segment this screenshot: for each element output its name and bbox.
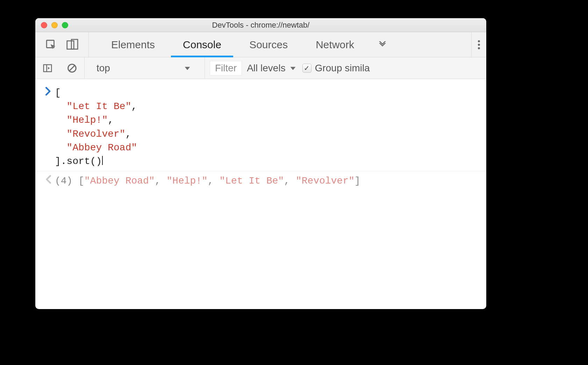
kebab-icon	[478, 40, 480, 42]
code-token: [	[55, 87, 61, 98]
inspect-element-icon[interactable]	[45, 39, 57, 51]
kebab-icon	[478, 47, 480, 49]
tab-network[interactable]: Network	[302, 32, 368, 57]
tab-console[interactable]: Console	[169, 32, 235, 57]
console-preview-entry[interactable]: (4) ["Abbey Road", "Help!", "Let It Be",…	[35, 171, 486, 191]
prompt-gutter	[42, 86, 55, 96]
code-token: ,	[126, 129, 131, 139]
levels-label: All levels	[247, 63, 285, 74]
console-toolbar: top Filter All levels ✓ Group simila	[35, 57, 486, 79]
text-cursor	[102, 156, 103, 165]
clear-icon	[67, 63, 77, 73]
eager-eval-preview: (4) ["Abbey Road", "Help!", "Let It Be",…	[55, 174, 360, 188]
preview-item: "Let It Be"	[220, 176, 284, 186]
code-indent	[55, 142, 67, 153]
preview-item: "Help!"	[166, 176, 208, 186]
log-levels-select[interactable]: All levels	[247, 63, 296, 74]
preview-sep: ,	[208, 176, 220, 186]
preview-sep: ,	[155, 176, 167, 186]
context-label: top	[96, 63, 110, 74]
console-sidebar-toggle[interactable]	[35, 57, 60, 79]
code-string: "Let It Be"	[67, 101, 131, 112]
console-input-code[interactable]: [ "Let It Be", "Help!", "Revolver", "Abb…	[55, 86, 137, 168]
preview-sep: ,	[284, 176, 296, 186]
tab-bar-left-tools	[35, 32, 89, 57]
dropdown-caret-icon	[289, 64, 297, 72]
group-similar-label: Group simila	[315, 63, 370, 74]
titlebar[interactable]: DevTools - chrome://newtab/	[35, 18, 486, 32]
code-string: "Revolver"	[67, 129, 126, 139]
code-indent	[55, 129, 67, 139]
return-gutter	[42, 174, 55, 184]
svg-marker-5	[48, 67, 50, 70]
kebab-menu-button[interactable]	[471, 32, 486, 57]
code-token: ,	[131, 101, 137, 112]
console-body: [ "Let It Be", "Help!", "Revolver", "Abb…	[35, 79, 486, 309]
tab-sources[interactable]: Sources	[235, 32, 302, 57]
code-string: "Abbey Road"	[67, 142, 137, 153]
preview-count: (4)	[55, 176, 78, 186]
filter-input[interactable]: Filter	[210, 61, 242, 76]
svg-rect-1	[67, 41, 74, 49]
code-token: ,	[108, 115, 114, 126]
execution-context-select[interactable]: top	[85, 57, 205, 79]
svg-line-7	[70, 65, 75, 71]
window-title: DevTools - chrome://newtab/	[35, 21, 486, 30]
dropdown-caret-icon	[184, 64, 191, 72]
code-token: ].sort()	[55, 156, 102, 167]
devtools-window: DevTools - chrome://newtab/ Elements Con…	[35, 18, 486, 309]
preview-item: "Revolver"	[296, 176, 354, 186]
preview-open: [	[78, 176, 84, 186]
kebab-icon	[478, 44, 480, 46]
tab-label: Console	[183, 39, 221, 51]
clear-console-button[interactable]	[60, 57, 85, 79]
tab-label: Sources	[249, 39, 288, 51]
tab-elements[interactable]: Elements	[97, 32, 169, 57]
console-input-entry[interactable]: [ "Let It Be", "Help!", "Revolver", "Abb…	[35, 83, 486, 171]
sidebar-toggle-icon	[42, 63, 53, 73]
tab-label: Elements	[111, 39, 155, 51]
prompt-icon	[45, 87, 51, 96]
svg-rect-3	[44, 65, 52, 72]
minimize-window-button[interactable]	[51, 22, 58, 28]
preview-close: ]	[354, 176, 360, 186]
preview-item: "Abbey Road"	[84, 176, 155, 186]
device-toolbar-icon[interactable]	[66, 39, 79, 51]
tab-label: Network	[316, 39, 354, 51]
traffic-lights	[35, 22, 68, 28]
fullscreen-window-button[interactable]	[62, 22, 68, 28]
group-similar-checkbox[interactable]: ✓	[302, 64, 311, 73]
close-window-button[interactable]	[41, 22, 47, 28]
code-string: "Help!"	[67, 115, 108, 126]
code-indent	[55, 101, 67, 112]
tab-bar: Elements Console Sources Network	[35, 32, 486, 57]
code-indent	[55, 115, 67, 126]
more-tabs-button[interactable]	[368, 32, 397, 57]
return-icon	[45, 175, 51, 184]
panel-tabs: Elements Console Sources Network	[89, 32, 368, 57]
